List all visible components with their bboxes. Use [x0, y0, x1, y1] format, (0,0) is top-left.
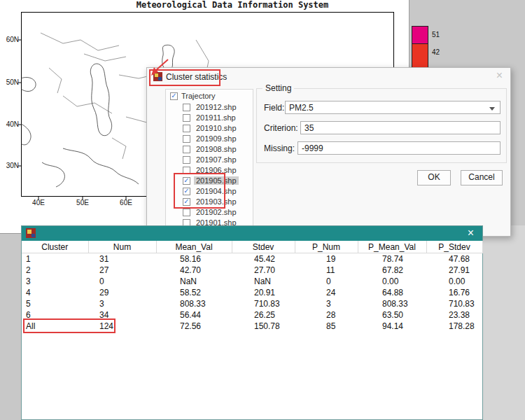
- file-item[interactable]: 201910.shp: [166, 122, 253, 133]
- file-item[interactable]: 201911.shp: [166, 112, 253, 122]
- dialog-titlebar[interactable]: Cluster statistics ×: [147, 68, 510, 86]
- table-cell: 85: [295, 321, 358, 332]
- unchecked-checkbox-icon[interactable]: [183, 114, 190, 122]
- file-item[interactable]: ✓201903.shp: [166, 196, 253, 206]
- app-icon: [26, 228, 36, 238]
- cancel-button[interactable]: Cancel: [461, 170, 503, 186]
- table-cell: 26.25: [232, 309, 295, 321]
- file-tree-items: 201912.shp201911.shp201910.shp201909.shp…: [166, 102, 253, 227]
- file-label: 201911.shp: [194, 113, 238, 122]
- file-item[interactable]: 201902.shp: [166, 206, 253, 217]
- colorbar-label: 42: [432, 48, 440, 56]
- file-item[interactable]: ✓201905.shp: [166, 175, 253, 186]
- missing-label: Missing:: [264, 144, 295, 153]
- file-item[interactable]: 201909.shp: [166, 133, 253, 144]
- checked-checkbox-icon[interactable]: ✓: [170, 92, 178, 100]
- desktop: Meteorological Data Information System: [0, 0, 525, 420]
- table-cell: 178.28: [426, 321, 482, 332]
- trajectory-tree[interactable]: ✓ Trajectory 201912.shp201911.shp201910.…: [165, 89, 253, 236]
- table-cell: 72.56: [156, 321, 232, 332]
- table-cell: 56.44: [156, 309, 232, 321]
- file-item[interactable]: 201908.shp: [166, 144, 253, 154]
- table-cell: 3: [88, 298, 156, 309]
- y-tick-label: 60N: [1, 36, 19, 43]
- y-tick-label: 50N: [1, 78, 19, 86]
- field-label: Field:: [264, 103, 284, 113]
- unchecked-checkbox-icon[interactable]: [183, 135, 190, 143]
- criterion-input[interactable]: [300, 121, 500, 134]
- table-cell: 0: [88, 276, 156, 287]
- table-cell: NaN: [232, 276, 295, 287]
- table-cell: 27.70: [232, 265, 295, 276]
- table-cell: 20.91: [232, 287, 295, 298]
- checked-checkbox-icon[interactable]: ✓: [183, 188, 190, 195]
- missing-input[interactable]: [298, 141, 500, 155]
- table-row[interactable]: 53808.33710.833808.33710.83: [22, 298, 482, 309]
- table-cell: 78.74: [358, 253, 426, 265]
- criterion-label: Criterion:: [264, 123, 298, 133]
- unchecked-checkbox-icon[interactable]: [183, 209, 190, 216]
- dialog-title: Cluster statistics: [166, 72, 227, 82]
- close-icon[interactable]: ×: [496, 70, 503, 81]
- unchecked-checkbox-icon[interactable]: [183, 167, 190, 174]
- file-item[interactable]: 201907.shp: [166, 154, 253, 164]
- ok-button[interactable]: OK: [417, 170, 451, 186]
- unchecked-checkbox-icon[interactable]: [183, 104, 190, 111]
- table-cell: 0.00: [358, 276, 426, 287]
- tree-root-item[interactable]: ✓ Trajectory: [166, 90, 253, 102]
- unchecked-checkbox-icon[interactable]: [183, 146, 190, 153]
- tree-root-label: Trajectory: [181, 92, 216, 100]
- table-cell: All: [22, 321, 88, 332]
- x-tick-label: 50E: [73, 199, 92, 206]
- column-header[interactable]: Mean_Val: [156, 241, 232, 253]
- file-label: 201904.shp: [194, 187, 239, 195]
- table-cell: 94.14: [358, 321, 426, 332]
- column-header[interactable]: P_Num: [295, 241, 358, 253]
- table-cell: 27: [88, 265, 156, 276]
- table-window-titlebar[interactable]: ×: [22, 226, 482, 241]
- column-header[interactable]: P_Stdev: [426, 241, 482, 253]
- table-cell: 27.91: [426, 265, 482, 276]
- app-icon: [153, 72, 162, 81]
- file-item[interactable]: 201906.shp: [166, 164, 253, 175]
- table-cell: 19: [295, 253, 358, 265]
- table-cell: 24: [295, 287, 358, 298]
- column-header[interactable]: P_Mean_Val: [358, 241, 426, 253]
- statistics-table: ClusterNumMean_ValStdevP_NumP_Mean_ValP_…: [22, 241, 483, 332]
- file-item[interactable]: 201912.shp: [166, 102, 253, 112]
- table-cell: 67.82: [358, 265, 426, 276]
- file-label: 201907.shp: [194, 155, 239, 164]
- unchecked-checkbox-icon[interactable]: [183, 156, 190, 164]
- table-row[interactable]: 22742.7027.701167.8227.91: [22, 265, 482, 276]
- table-cell: 42.70: [156, 265, 232, 276]
- table-row[interactable]: 30NaNNaN00.000.00: [22, 276, 482, 287]
- unchecked-checkbox-icon[interactable]: [183, 125, 190, 132]
- column-header[interactable]: Stdev: [232, 241, 295, 253]
- column-header[interactable]: Cluster: [22, 241, 88, 253]
- table-cell: 3: [22, 276, 88, 287]
- table-cell: 2: [22, 265, 88, 276]
- table-cell: 16.76: [426, 287, 482, 298]
- field-value: PM2.5: [289, 103, 314, 113]
- cluster-statistics-dialog: Cluster statistics × ✓ Trajectory 201912…: [146, 67, 511, 237]
- table-cell: 808.33: [358, 298, 426, 309]
- file-item[interactable]: ✓201904.shp: [166, 186, 253, 196]
- checked-checkbox-icon[interactable]: ✓: [183, 177, 190, 185]
- table-cell: 710.83: [232, 298, 295, 309]
- field-combobox[interactable]: PM2.5: [285, 101, 500, 114]
- table-cell: 28: [295, 309, 358, 321]
- y-tick-label: 30N: [1, 162, 19, 169]
- table-row[interactable]: 42958.5220.912464.8816.76: [22, 287, 482, 298]
- column-header[interactable]: Num: [88, 241, 156, 253]
- table-cell: 1: [22, 253, 88, 265]
- file-label: 201909.shp: [194, 134, 239, 143]
- table-cell: 6: [22, 309, 88, 321]
- checked-checkbox-icon[interactable]: ✓: [183, 198, 190, 206]
- table-row[interactable]: All12472.56150.788594.14178.28: [22, 321, 482, 332]
- table-row[interactable]: 13158.1645.421978.7447.68: [22, 253, 482, 265]
- table-cell: 150.78: [232, 321, 295, 332]
- setting-legend: Setting: [262, 83, 294, 93]
- close-icon[interactable]: ×: [468, 227, 474, 239]
- map-window-title: Meteorological Data Information System: [21, 0, 444, 10]
- table-row[interactable]: 63456.4426.252863.5023.38: [22, 309, 482, 321]
